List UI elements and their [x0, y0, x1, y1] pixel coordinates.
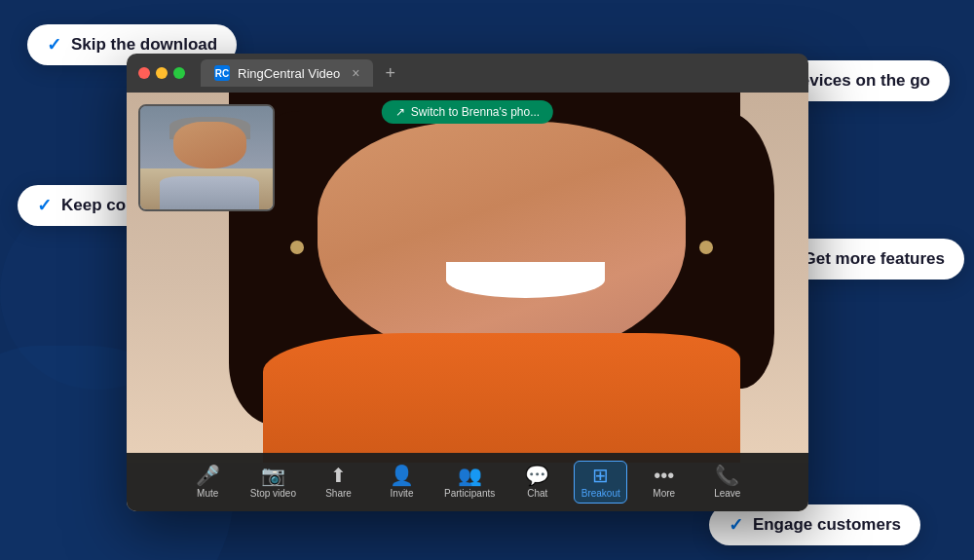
toolbar-breakout[interactable]: ⊞ Breakout — [574, 461, 627, 504]
earring-right — [699, 241, 713, 254]
mute-icon: 🎤 — [196, 466, 220, 485]
check-icon-keep: ✓ — [37, 195, 52, 216]
breakout-icon: ⊞ — [592, 466, 609, 485]
invite-label: Invite — [391, 488, 414, 499]
invite-icon: 👤 — [390, 466, 414, 485]
participants-label: Participants — [444, 488, 495, 499]
toolbar-mute[interactable]: 🎤 Mute — [181, 462, 235, 503]
switch-device-banner[interactable]: ↗ Switch to Brenna's pho... — [382, 100, 553, 124]
man-figure — [140, 106, 273, 209]
check-icon-engage: ✓ — [729, 514, 743, 536]
chat-icon: 💬 — [525, 466, 549, 485]
switch-banner-arrow: ↗ — [395, 105, 405, 119]
leave-label: Leave — [714, 488, 740, 499]
pip-video-man — [138, 104, 275, 211]
check-icon-skip: ✓ — [47, 34, 61, 56]
maximize-dot[interactable] — [173, 67, 185, 79]
participants-icon: 👥 — [458, 466, 482, 485]
toolbar-stop-video[interactable]: 📷 Stop video — [244, 462, 302, 503]
toolbar-chat[interactable]: 💬 Chat — [510, 462, 564, 503]
chat-label: Chat — [527, 488, 547, 499]
man-face — [173, 122, 246, 168]
tab-title: RingCentral Video — [238, 66, 340, 81]
window-controls — [138, 67, 185, 79]
browser-tab[interactable]: RC RingCentral Video × — [201, 59, 373, 87]
woman-face — [318, 122, 686, 362]
more-label: More — [653, 488, 675, 499]
earring-left — [290, 241, 304, 254]
toolbar-invite[interactable]: 👤 Invite — [375, 462, 429, 503]
browser-chrome: RC RingCentral Video × + — [127, 54, 808, 93]
toolbar-participants[interactable]: 👥 Participants — [438, 462, 501, 503]
stop-video-label: Stop video — [250, 488, 296, 499]
leave-icon: 📞 — [715, 466, 739, 485]
meeting-toolbar: 🎤 Mute 📷 Stop video ⬆ Share 👤 Invite 👥 P… — [127, 453, 808, 511]
callout-engage-text: Engage customers — [753, 515, 901, 535]
share-label: Share — [325, 488, 352, 499]
toolbar-more[interactable]: ••• More — [637, 462, 691, 503]
switch-banner-text: Switch to Brenna's pho... — [411, 105, 540, 119]
tab-close-button[interactable]: × — [352, 65, 359, 81]
close-dot[interactable] — [138, 67, 150, 79]
browser-window: RC RingCentral Video × + — [127, 54, 808, 511]
callout-skip-text: Skip the download — [71, 35, 217, 55]
mute-label: Mute — [197, 488, 218, 499]
toolbar-leave[interactable]: 📞 Leave — [700, 462, 754, 503]
toolbar-share[interactable]: ⬆ Share — [312, 462, 365, 503]
tab-favicon: RC — [214, 65, 230, 81]
new-tab-button[interactable]: + — [385, 63, 395, 84]
camera-icon: 📷 — [261, 466, 285, 485]
minimize-dot[interactable] — [156, 67, 168, 79]
video-area: ↗ Switch to Brenna's pho... 🎤 Mute 📷 Sto… — [127, 93, 808, 511]
breakout-label: Breakout — [581, 488, 620, 499]
more-icon: ••• — [654, 466, 674, 485]
share-icon: ⬆ — [330, 466, 347, 485]
callout-features-text: Get more features — [804, 249, 946, 269]
woman-body — [263, 333, 740, 463]
woman-smile — [446, 262, 605, 298]
man-shirt — [160, 176, 259, 209]
